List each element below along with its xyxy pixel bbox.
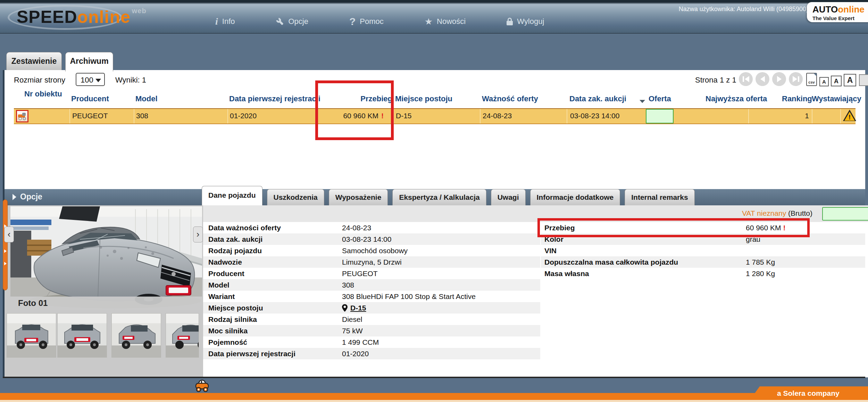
- column-header-ranking[interactable]: Ranking: [782, 94, 812, 103]
- photo-thumbnail-2[interactable]: [57, 313, 107, 358]
- column-header-data-rejestracji[interactable]: Data pierwszej rejestracji: [229, 94, 320, 103]
- extra-tool-button[interactable]: [859, 74, 868, 86]
- prev-page-icon: [760, 76, 765, 82]
- footer-orange-strip: [0, 393, 868, 400]
- car-icon: [194, 379, 210, 395]
- panel-drag-handle[interactable]: [3, 199, 8, 290]
- pagination-next-button[interactable]: [772, 72, 786, 86]
- pagination-last-button[interactable]: [789, 72, 803, 86]
- detail-row: Data zak. aukcji03-08-23 14:00: [203, 233, 540, 245]
- column-header-producent[interactable]: Producent: [71, 94, 109, 103]
- lock-icon: [507, 18, 513, 25]
- footer: [0, 378, 868, 393]
- mini-car-photo-icon: [17, 111, 27, 121]
- last-page-icon: [793, 76, 797, 82]
- detail-tab-wyposazenie[interactable]: Wyposażenie: [329, 189, 388, 205]
- nav-item-news[interactable]: ★ Nowości: [425, 16, 466, 27]
- options-label: Opcje: [20, 192, 42, 202]
- nav-item-info[interactable]: i Info: [215, 16, 235, 27]
- photo-thumbnail-1[interactable]: [7, 313, 56, 358]
- detail-tab-uwagi[interactable]: Uwagi: [491, 189, 526, 205]
- info-icon: i: [215, 16, 218, 27]
- mileage-flag: !: [783, 224, 785, 232]
- cell-miejsce-postoju: D-15: [396, 112, 412, 120]
- detail-row: Kolorgrau: [541, 233, 865, 245]
- detail-row: Moc silnika75 kW: [203, 325, 540, 336]
- brand-auto-text: AUTO: [812, 4, 838, 15]
- nav-item-logout[interactable]: Wyloguj: [507, 17, 544, 26]
- options-chevron-icon: [12, 194, 16, 200]
- font-size-medium-button[interactable]: A: [831, 76, 842, 86]
- detail-row: Rodzaj silnikaDiesel: [203, 314, 540, 325]
- photo-caption: Foto 01: [18, 298, 48, 308]
- app-header: SPEEDonlineweb i Info Opcje ? Pomoc ★ No…: [0, 0, 868, 34]
- tab-zestawienie[interactable]: Zestawienie: [6, 52, 62, 70]
- column-header-oferta[interactable]: Oferta: [649, 94, 671, 103]
- star-icon: ★: [425, 16, 433, 27]
- detail-tab-dane-pojazdu[interactable]: Dane pojazdu: [202, 186, 262, 205]
- cell-przebieg: 60 960 KM: [299, 112, 378, 120]
- username-label: Nazwa użytkownika: Autoland Willi (04985…: [679, 6, 808, 13]
- logo-speed-text: SPEED: [17, 7, 77, 27]
- detail-row: Pojemność1 499 CCM: [203, 336, 540, 348]
- warning-icon: !: [843, 110, 856, 121]
- vat-note: VAT nieznany (Brutto): [742, 209, 812, 217]
- nav-item-options[interactable]: Opcje: [276, 17, 308, 26]
- column-header-model[interactable]: Model: [135, 94, 158, 103]
- tab-archiwum[interactable]: Archiwum: [65, 52, 113, 71]
- solera-label: a Solera company: [777, 389, 840, 397]
- brand-online-text: online: [838, 4, 865, 15]
- detail-tab-internal-remarks[interactable]: Internal remarks: [625, 189, 694, 205]
- cell-ranking: 1: [785, 112, 809, 120]
- column-header-najwyzsza-oferta[interactable]: Najwyższa oferta: [706, 94, 767, 103]
- pagination-prev-button[interactable]: [756, 72, 769, 86]
- column-header-wystawiajacy[interactable]: Wystawiający: [812, 94, 861, 103]
- detail-row: NadwozieLimuzyna, 5 Drzwi: [203, 256, 540, 268]
- damaged-car-photo: [10, 206, 202, 310]
- csv-label: csv: [807, 80, 816, 84]
- nav-item-help[interactable]: ? Pomoc: [349, 16, 384, 27]
- cell-data-zak-aukcji: 03-08-23 14:00: [570, 112, 619, 120]
- cell-przebieg-flag: !: [381, 112, 384, 120]
- vat-note-suffix: (Brutto): [786, 209, 812, 217]
- question-icon: ?: [349, 16, 356, 27]
- page-size-value: 100: [81, 76, 93, 85]
- cell-model: 308: [136, 112, 148, 120]
- photo-thumbnail-3[interactable]: [111, 313, 161, 358]
- logo-web-text: web: [132, 7, 147, 15]
- vehicle-photo-main[interactable]: [10, 206, 202, 310]
- sort-descending-icon[interactable]: [640, 100, 645, 103]
- photo-next-button[interactable]: ›: [193, 226, 203, 242]
- column-header-waznosc-oferty[interactable]: Ważność oferty: [482, 94, 538, 103]
- detail-row: Masa własna1 280 Kg: [541, 268, 865, 279]
- detail-row: ProducentPEUGEOT: [203, 268, 540, 279]
- first-page-icon: [743, 76, 744, 82]
- footer-divider: [3, 377, 865, 378]
- pagination-first-button[interactable]: [739, 72, 753, 86]
- vat-amount-input[interactable]: [822, 207, 868, 221]
- font-size-small-button[interactable]: A: [819, 77, 829, 86]
- detail-row: VIN: [541, 245, 865, 256]
- detail-tab-informacje-dodatkowe[interactable]: Informacje dodatkowe: [530, 189, 620, 205]
- nav-help-label: Pomoc: [360, 17, 383, 26]
- column-header-data-zak-aukcji[interactable]: Data zak. aukcji: [569, 94, 626, 103]
- column-header-nr-obiektu[interactable]: Nr obiektu: [24, 89, 62, 99]
- nav-options-label: Opcje: [288, 17, 308, 26]
- csv-export-icon[interactable]: csv: [806, 73, 817, 86]
- location-link[interactable]: D-15: [350, 304, 366, 312]
- cell-producent: PEUGEOT: [72, 112, 108, 120]
- detail-tab-uszkodzenia[interactable]: Uszkodzenia: [267, 189, 324, 205]
- wrench-icon: [274, 16, 286, 27]
- detail-tab-ekspertyza[interactable]: Ekspertyza / Kalkulacja: [392, 189, 486, 205]
- detail-row: Data pierwszej rejestracji01-2020: [203, 348, 540, 359]
- object-photo-icon[interactable]: [16, 110, 28, 122]
- column-header-przebieg[interactable]: Przebieg: [330, 94, 392, 103]
- page-size-select[interactable]: 100: [76, 73, 105, 86]
- footer-bottom-strip: [0, 400, 868, 402]
- photo-thumbnail-4[interactable]: [166, 313, 199, 358]
- detail-row-przebieg: Przebieg 60 960 KM !: [541, 222, 865, 233]
- offer-cell[interactable]: [646, 109, 674, 123]
- column-header-miejsce-postoju[interactable]: Miejsce postoju: [395, 94, 452, 103]
- photo-prev-button[interactable]: ‹: [4, 226, 14, 242]
- font-size-large-button[interactable]: A: [844, 74, 856, 86]
